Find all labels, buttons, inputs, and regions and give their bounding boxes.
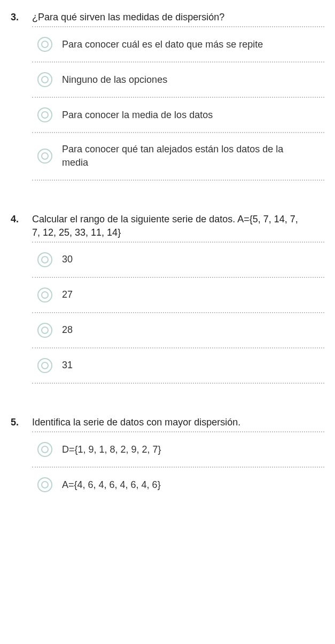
option-row[interactable]: 27 <box>32 278 324 312</box>
divider <box>32 180 324 181</box>
radio-icon <box>37 477 52 492</box>
option-row[interactable]: Para conocer cuál es el dato que más se … <box>32 27 324 61</box>
radio-icon <box>37 288 52 302</box>
question-number: 5. <box>11 416 32 429</box>
option-label: D={1, 9, 1, 8, 2, 9, 2, 7} <box>62 443 324 456</box>
option-label: Para conocer cuál es el dato que más se … <box>62 38 324 51</box>
option-row[interactable]: Para conocer la media de los datos <box>32 98 324 132</box>
question-text: Identifica la serie de datos con mayor d… <box>32 416 324 429</box>
option-row[interactable]: 31 <box>32 348 324 383</box>
option-row[interactable]: Para conocer qué tan alejados están los … <box>32 133 324 179</box>
question-block: 4. Calcular el rango de la siguiente ser… <box>11 213 324 384</box>
option-label: 27 <box>62 288 324 301</box>
question-text: Calcular el rango de la siguiente serie … <box>32 213 324 239</box>
question-number: 3. <box>11 11 32 24</box>
radio-icon <box>37 358 52 373</box>
options-list: 30 27 28 31 <box>11 243 324 384</box>
option-label: Para conocer la media de los datos <box>62 108 324 122</box>
option-row[interactable]: A={4, 6, 4, 6, 4, 6, 4, 6} <box>32 468 324 502</box>
question-number: 4. <box>11 213 32 226</box>
divider <box>32 383 324 384</box>
radio-icon <box>37 149 52 164</box>
option-label: 30 <box>62 253 324 266</box>
question-header: 4. Calcular el rango de la siguiente ser… <box>11 213 324 239</box>
option-row[interactable]: 28 <box>32 313 324 347</box>
option-label: Ninguno de las opciones <box>62 73 324 87</box>
options-list: D={1, 9, 1, 8, 2, 9, 2, 7} A={4, 6, 4, 6… <box>11 432 324 502</box>
question-block: 5. Identifica la serie de datos con mayo… <box>11 416 324 502</box>
question-text: ¿Para qué sirven las medidas de dispersi… <box>32 11 324 24</box>
option-row[interactable]: 30 <box>32 243 324 277</box>
radio-icon <box>37 107 52 122</box>
radio-icon <box>37 323 52 338</box>
question-header: 3. ¿Para qué sirven las medidas de dispe… <box>11 11 324 24</box>
question-block: 3. ¿Para qué sirven las medidas de dispe… <box>11 11 324 181</box>
option-row[interactable]: Ninguno de las opciones <box>32 63 324 97</box>
radio-icon <box>37 37 52 52</box>
question-header: 5. Identifica la serie de datos con mayo… <box>11 416 324 429</box>
option-label: 31 <box>62 359 324 372</box>
option-row[interactable]: D={1, 9, 1, 8, 2, 9, 2, 7} <box>32 432 324 467</box>
option-label: Para conocer qué tan alejados están los … <box>62 143 324 169</box>
options-list: Para conocer cuál es el dato que más se … <box>11 27 324 180</box>
option-label: A={4, 6, 4, 6, 4, 6, 4, 6} <box>62 478 324 492</box>
option-label: 28 <box>62 323 324 337</box>
radio-icon <box>37 72 52 87</box>
radio-icon <box>37 252 52 267</box>
radio-icon <box>37 442 52 457</box>
